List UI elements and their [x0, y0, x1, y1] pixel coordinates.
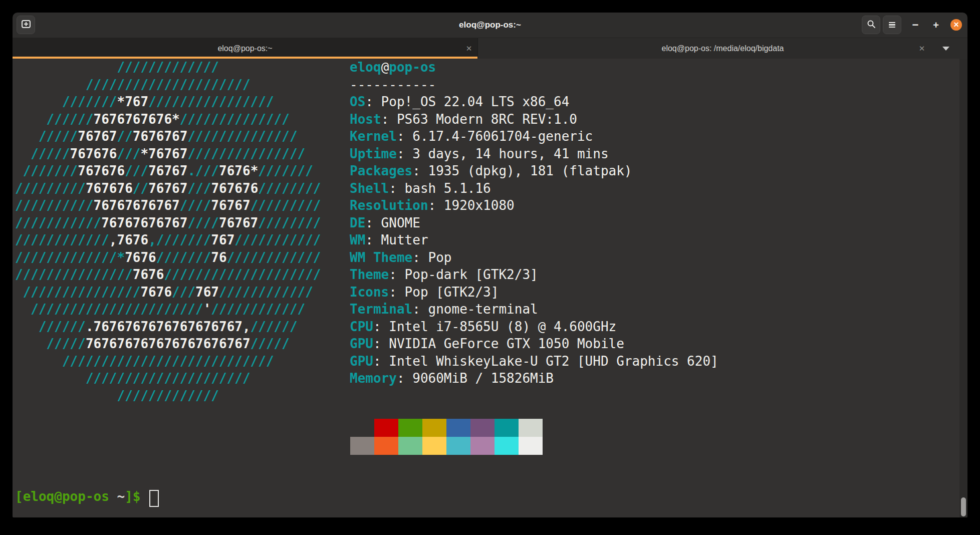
neofetch-field: WM: Mutter [350, 231, 718, 249]
headerbar: eloq@pop-os:~ − + ✕ [13, 13, 967, 38]
terminal-color-palette [350, 419, 543, 455]
neofetch-field: Uptime: 3 days, 14 hours, 41 mins [350, 145, 718, 163]
terminal-window: eloq@pop-os:~ − + ✕ eloq@pop-os:~ ✕ eloq… [13, 13, 967, 517]
menu-button[interactable] [883, 16, 901, 34]
tab-bigdata-close-icon[interactable]: ✕ [916, 43, 927, 54]
neofetch-field: DE: GNOME [350, 214, 718, 232]
tab-bar: eloq@pop-os:~ ✕ eloq@pop-os: /media/eloq… [13, 38, 967, 59]
maximize-button[interactable]: + [929, 13, 942, 38]
neofetch-field: Resolution: 1920x1080 [350, 197, 718, 214]
palette-swatch [519, 419, 543, 437]
palette-swatch [446, 437, 470, 455]
tab-home-title: eloq@pop-os:~ [217, 44, 272, 53]
neofetch-field: Kernel: 6.17.4-76061704-generic [350, 128, 718, 145]
palette-swatch [422, 419, 446, 437]
neofetch-title: eloq@pop-os [350, 59, 718, 76]
tab-home[interactable]: eloq@pop-os:~ ✕ [13, 38, 477, 59]
shell-prompt: [eloq@pop-os ~]$ [15, 488, 140, 505]
hamburger-menu-icon [889, 21, 895, 29]
palette-swatch [398, 419, 422, 437]
search-icon [866, 19, 876, 31]
palette-swatch [374, 419, 398, 437]
neofetch-field: Memory: 9060MiB / 15826MiB [350, 370, 718, 387]
palette-swatch [350, 419, 374, 437]
palette-swatch [374, 437, 398, 455]
window-title: eloq@pop-os:~ [13, 13, 967, 38]
neofetch-field: GPU: Intel WhiskeyLake-U GT2 [UHD Graphi… [350, 353, 718, 370]
palette-swatch [398, 437, 422, 455]
palette-swatch [470, 437, 495, 455]
neofetch-field: WM Theme: Pop [350, 249, 718, 266]
neofetch-field: CPU: Intel i7-8565U (8) @ 4.600GHz [350, 318, 718, 336]
terminal-cursor [149, 490, 159, 507]
tab-bigdata-title: eloq@pop-os: /media/eloq/bigdata [662, 44, 784, 53]
neofetch-field: GPU: NVIDIA GeForce GTX 1050 Mobile [350, 335, 718, 353]
tab-home-close-icon[interactable]: ✕ [463, 43, 474, 54]
tab-bigdata[interactable]: eloq@pop-os: /media/eloq/bigdata ✕ [478, 38, 967, 59]
neofetch-info: eloq@pop-os-----------OS: Pop!_OS 22.04 … [350, 59, 718, 387]
neofetch-field: Terminal: gnome-terminal [350, 301, 718, 318]
search-button[interactable] [862, 16, 880, 34]
palette-swatch [470, 419, 495, 437]
tab-list-dropdown-icon[interactable] [942, 47, 949, 51]
minimize-button[interactable]: − [909, 13, 922, 38]
palette-swatch [446, 419, 470, 437]
neofetch-underline: ----------- [350, 76, 718, 94]
terminal-screen[interactable]: ///////////// ///////////////////// ////… [13, 59, 967, 517]
neofetch-field: Packages: 1935 (dpkg), 181 (flatpak) [350, 162, 718, 180]
palette-swatch [350, 437, 374, 455]
palette-swatch [495, 437, 519, 455]
scrollbar-thumb[interactable] [961, 497, 966, 516]
scrollbar-track[interactable] [959, 59, 967, 517]
neofetch-field: Theme: Pop-dark [GTK2/3] [350, 266, 718, 284]
close-window-button[interactable]: ✕ [950, 19, 962, 31]
pop-os-ascii-logo: ///////////// ///////////////////// ////… [15, 59, 321, 404]
neofetch-field: Icons: Pop [GTK2/3] [350, 284, 718, 301]
neofetch-field: OS: Pop!_OS 22.04 LTS x86_64 [350, 93, 718, 111]
palette-swatch [519, 437, 543, 455]
palette-swatch [495, 419, 519, 437]
palette-swatch [422, 437, 446, 455]
neofetch-field: Host: PS63 Modern 8RC REV:1.0 [350, 111, 718, 128]
neofetch-field: Shell: bash 5.1.16 [350, 180, 718, 197]
